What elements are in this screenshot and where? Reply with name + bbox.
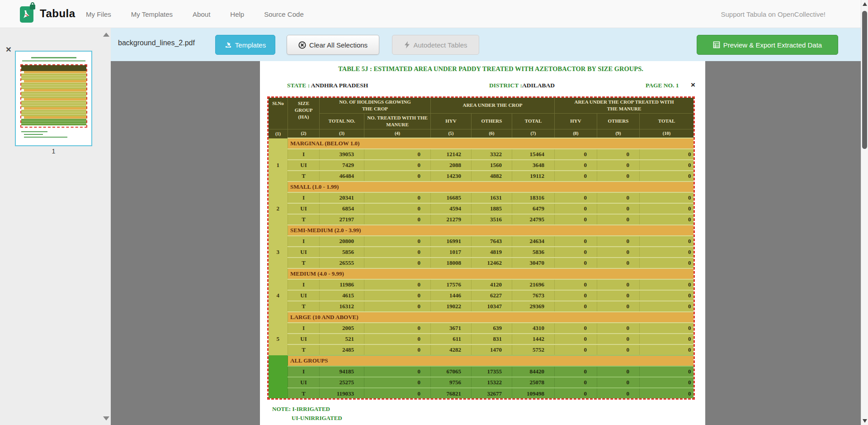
slno-cell: 4 <box>269 279 288 312</box>
value-cell: 0 <box>597 149 640 160</box>
brand-name: Tabula <box>40 7 75 20</box>
value-cell: 46484 <box>320 171 364 181</box>
table-selection[interactable]: Sl.No SIZE GROUP (HA) NO. OF HOLDINGS GR… <box>268 97 694 399</box>
templates-icon <box>225 41 232 48</box>
district-value: ADILABAD <box>522 82 555 89</box>
irrigation-group-cell: UI <box>288 334 320 344</box>
value-cell: 0 <box>597 323 640 334</box>
irrigation-group-cell: UI <box>288 160 320 171</box>
irrigation-group-cell: T <box>288 388 320 399</box>
nav-item-help[interactable]: Help <box>230 10 244 18</box>
value-cell: 4594 <box>431 203 472 214</box>
selection-close-icon[interactable]: × <box>689 81 698 90</box>
value-cell: 0 <box>555 160 597 171</box>
value-cell: 1017 <box>431 247 472 258</box>
value-cell: 0 <box>640 301 694 312</box>
section-label: ALL GROUPS <box>288 355 694 366</box>
sidebar-scroll-up-icon[interactable] <box>103 33 109 37</box>
preview-export-button[interactable]: Preview & Export Extracted Data <box>697 35 838 55</box>
value-cell: 0 <box>364 301 431 312</box>
table-row: T163120190221034729369000 <box>269 301 694 312</box>
value-cell: 12142 <box>431 149 472 160</box>
delete-page-icon[interactable]: × <box>4 44 14 54</box>
irrigation-group-cell: T <box>288 171 320 181</box>
value-cell: 1631 <box>472 192 512 203</box>
scrollbar-thumb[interactable] <box>862 11 867 149</box>
col-header-size-group: SIZE GROUP (HA) <box>288 98 320 129</box>
irrigation-group-cell: T <box>288 301 320 312</box>
value-cell: 109498 <box>512 388 555 399</box>
nav-item-source-code[interactable]: Source Code <box>264 10 304 18</box>
table-row: T24850428214705752000 <box>269 344 694 355</box>
col-number-5: (5) <box>431 129 472 138</box>
value-cell: 0 <box>555 247 597 258</box>
value-cell: 0 <box>555 149 597 160</box>
sidebar-scroll-down-icon[interactable] <box>103 416 109 420</box>
nav-item-about[interactable]: About <box>193 10 210 18</box>
col-number-4: (4) <box>364 129 431 138</box>
value-cell: 6227 <box>472 290 512 301</box>
value-cell: 0 <box>597 236 640 247</box>
value-cell: 611 <box>431 334 472 344</box>
pdf-viewer-area: TABLE 5J : ESTIMATED AREA UNDER PADDY TR… <box>111 61 861 425</box>
value-cell: 3648 <box>512 160 555 171</box>
value-cell: 0 <box>597 203 640 214</box>
section-header-row: LARGE (10 AND ABOVE) <box>269 312 694 323</box>
clear-all-selections-button[interactable]: Clear All Selections <box>287 35 379 55</box>
value-cell: 0 <box>597 344 640 355</box>
value-cell: 2485 <box>320 344 364 355</box>
value-cell: 521 <box>320 334 364 344</box>
value-cell: 0 <box>597 377 640 388</box>
irrigation-group-cell: UI <box>288 290 320 301</box>
support-opencollective-link[interactable]: Support Tabula on OpenCollective! <box>721 0 826 28</box>
clear-selections-label: Clear All Selections <box>309 41 368 49</box>
value-cell: 76821 <box>431 388 472 399</box>
table-row: UI46150144662277673000 <box>269 290 694 301</box>
state-value: ANDHRA PRADESH <box>311 82 368 89</box>
value-cell: 0 <box>555 377 597 388</box>
table-row: UI68540459418856479000 <box>269 203 694 214</box>
value-cell: 0 <box>555 344 597 355</box>
value-cell: 0 <box>640 149 694 160</box>
value-cell: 1885 <box>472 203 512 214</box>
value-cell: 0 <box>555 366 597 377</box>
value-cell: 18316 <box>512 192 555 203</box>
value-cell: 25078 <box>512 377 555 388</box>
value-cell: 0 <box>364 171 431 181</box>
value-cell: 5752 <box>512 344 555 355</box>
value-cell: 19112 <box>512 171 555 181</box>
value-cell: 27197 <box>320 214 364 225</box>
value-cell: 0 <box>555 171 597 181</box>
slno-cell: 3 <box>269 236 288 268</box>
tabula-brand[interactable]: Tabula <box>20 5 75 23</box>
value-cell: 24795 <box>512 214 555 225</box>
table-row: 5I2005036716394310000 <box>269 323 694 334</box>
irrigation-group-cell: UI <box>288 203 320 214</box>
value-cell: 21279 <box>431 214 472 225</box>
clear-selections-icon <box>298 41 306 49</box>
table-row: UI74290208815603648000 <box>269 160 694 171</box>
scroll-up-icon[interactable] <box>863 2 867 6</box>
templates-button[interactable]: Templates <box>215 35 275 55</box>
value-cell: 15464 <box>512 149 555 160</box>
main-scrollbar[interactable] <box>861 0 868 425</box>
value-cell: 0 <box>364 334 431 344</box>
toolbar: background_lines_2.pdf Templates Clear A… <box>111 28 861 61</box>
table-row: 2I20341016685163118316000 <box>269 192 694 203</box>
irrigation-group-cell: I <box>288 366 320 377</box>
value-cell: 0 <box>555 203 597 214</box>
col-header-total-2: TOTAL <box>640 113 694 129</box>
value-cell: 0 <box>364 377 431 388</box>
pdf-page[interactable]: TABLE 5J : ESTIMATED AREA UNDER PADDY TR… <box>260 61 705 425</box>
value-cell: 0 <box>364 192 431 203</box>
value-cell: 21696 <box>512 279 555 290</box>
nav-item-my-templates[interactable]: My Templates <box>131 10 173 18</box>
value-cell: 94185 <box>320 366 364 377</box>
scroll-down-icon[interactable] <box>863 419 867 423</box>
document-title: TABLE 5J : ESTIMATED AREA UNDER PADDY TR… <box>278 65 703 73</box>
value-cell: 0 <box>640 192 694 203</box>
value-cell: 4882 <box>472 171 512 181</box>
nav-item-my-files[interactable]: My Files <box>86 10 111 18</box>
autodetect-tables-button[interactable]: Autodetect Tables <box>392 35 479 55</box>
page-thumbnail[interactable] <box>15 51 92 146</box>
